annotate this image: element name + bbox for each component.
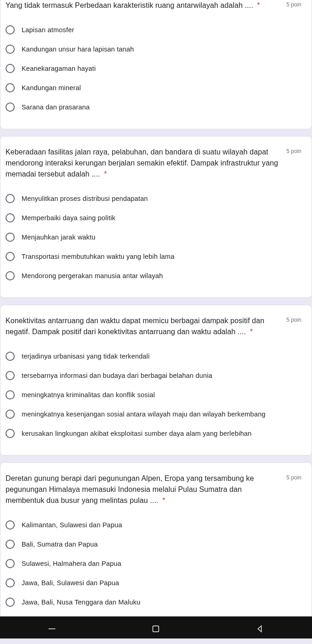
radio-option[interactable]: Memperbaiki daya saing politik (6, 208, 301, 228)
points-label: 5 poin (279, 0, 301, 8)
option-label: meningkatnya kesenjangan sosial antara w… (22, 410, 266, 419)
question-header: Keberadaan fasilitas jalan raya, pelabuh… (6, 147, 301, 180)
radio-option[interactable]: Kandungan mineral (6, 78, 301, 97)
back-button[interactable] (255, 624, 265, 636)
radio-option[interactable]: Keanekaragaman hayati (6, 59, 301, 78)
radio-option[interactable]: meningkatnya kesenjangan sosial antara w… (6, 405, 301, 424)
radio-option[interactable]: Menjauhkan jarak waktu (6, 228, 301, 247)
option-label: Kandungan mineral (22, 83, 81, 92)
option-label: Kandungan unsur hara lapisan tanah (22, 45, 134, 54)
radio-icon (6, 252, 15, 261)
option-label: meningkatnya kriminalitas dan konflik so… (22, 390, 155, 399)
radio-icon (6, 352, 15, 361)
radio-icon (6, 410, 15, 419)
radio-icon (6, 371, 15, 380)
radio-icon (6, 194, 15, 203)
question-card: Konektivitas antarruang dan waktu dapat … (0, 305, 312, 456)
radio-option[interactable]: meningkatnya kriminalitas dan konflik so… (6, 385, 301, 405)
option-label: tersebarnya informasi dan budaya dari be… (22, 371, 212, 380)
radio-icon (6, 83, 15, 92)
radio-option[interactable]: Jawa, Bali, Sulawesi dan Papua (6, 573, 301, 593)
option-label: Sulawesi, Halmahera dan Papua (22, 559, 121, 568)
option-label: kerusakan lingkungan akibat eksploitasi … (22, 429, 251, 438)
radio-icon (6, 45, 15, 54)
radio-icon (6, 520, 15, 530)
required-mark: * (160, 496, 165, 504)
option-label: Keanekaragaman hayati (22, 64, 96, 73)
options-group: Menyulitkan proses distribusi pendapatan… (6, 189, 301, 285)
radio-option[interactable]: kerusakan lingkungan akibat eksploitasi … (6, 424, 301, 443)
radio-option[interactable]: terjadinya urbanisasi yang tidak terkend… (6, 347, 301, 366)
radio-icon (6, 233, 15, 242)
radio-option[interactable]: Kalimantan, Sulawesi dan Papua (6, 515, 301, 535)
radio-icon (6, 25, 15, 34)
radio-option[interactable]: Transportasi membutuhkan waktu yang lebi… (6, 247, 301, 266)
back-icon (255, 624, 265, 634)
required-mark: * (255, 1, 260, 9)
option-label: Mendorong pergerakan manusia antar wilay… (22, 271, 163, 280)
form-container: Yang tidak termasuk Perbedaan karakteris… (0, 0, 312, 616)
points-label: 5 poin (279, 473, 301, 481)
required-mark: * (102, 170, 107, 178)
option-label: Lapisan atmosfer (22, 25, 74, 34)
android-nav-bar (0, 616, 312, 638)
recent-apps-button[interactable] (47, 624, 57, 636)
radio-icon (6, 103, 15, 112)
question-header: Yang tidak termasuk Perbedaan karakteris… (6, 0, 301, 11)
question-card: Keberadaan fasilitas jalan raya, pelabuh… (0, 136, 312, 298)
question-text: Keberadaan fasilitas jalan raya, pelabuh… (6, 147, 279, 180)
question-prompt: Yang tidak termasuk Perbedaan karakteris… (6, 1, 253, 9)
radio-icon (6, 559, 15, 568)
required-mark: * (248, 328, 253, 336)
option-label: Kalimantan, Sulawesi dan Papua (22, 520, 122, 530)
option-label: Menjauhkan jarak waktu (22, 233, 96, 242)
question-text: Yang tidak termasuk Perbedaan karakteris… (6, 0, 279, 11)
option-label: Memperbaiki daya saing politik (22, 213, 115, 222)
radio-option[interactable]: tersebarnya informasi dan budaya dari be… (6, 366, 301, 385)
home-button[interactable] (151, 624, 161, 636)
question-prompt: Konektivitas antarruang dan waktu dapat … (6, 317, 264, 336)
radio-icon (6, 578, 15, 587)
question-header: Konektivitas antarruang dan waktu dapat … (6, 315, 301, 337)
radio-option[interactable]: Sarana dan prasarana (6, 97, 301, 117)
question-card: Yang tidak termasuk Perbedaan karakteris… (0, 0, 312, 129)
question-card: Deretan gunung berapi dari pegunungan Al… (0, 462, 312, 616)
points-label: 5 poin (279, 147, 301, 154)
option-label: terjadinya urbanisasi yang tidak terkend… (22, 352, 150, 361)
radio-icon (6, 390, 15, 399)
question-prompt: Keberadaan fasilitas jalan raya, pelabuh… (6, 148, 278, 178)
radio-icon (6, 64, 15, 73)
question-text: Deretan gunung berapi dari pegunungan Al… (6, 473, 279, 506)
points-label: 5 poin (279, 315, 301, 323)
radio-icon (6, 540, 15, 549)
radio-option[interactable]: Sulawesi, Halmahera dan Papua (6, 554, 301, 573)
question-prompt: Deretan gunung berapi dari pegunungan Al… (6, 474, 254, 504)
radio-option[interactable]: Jawa, Bali, Nusa Tenggara dan Maluku (6, 593, 301, 612)
question-text: Konektivitas antarruang dan waktu dapat … (6, 315, 279, 337)
option-label: Bali, Sumatra dan Papua (22, 540, 98, 549)
radio-option[interactable]: Bali, Sumatra dan Papua (6, 535, 301, 554)
radio-option[interactable]: Menyulitkan proses distribusi pendapatan (6, 189, 301, 208)
radio-icon (6, 271, 15, 280)
radio-option[interactable]: Lapisan atmosfer (6, 20, 301, 40)
option-label: Transportasi membutuhkan waktu yang lebi… (22, 252, 175, 261)
option-label: Jawa, Bali, Nusa Tenggara dan Maluku (22, 598, 140, 607)
option-label: Jawa, Bali, Sulawesi dan Papua (22, 578, 119, 587)
radio-icon (6, 429, 15, 438)
square-icon (151, 624, 161, 634)
radio-option[interactable]: Mendorong pergerakan manusia antar wilay… (6, 266, 301, 285)
radio-icon (6, 598, 15, 607)
radio-icon (6, 213, 15, 222)
svg-rect-1 (153, 626, 159, 632)
option-label: Sarana dan prasarana (22, 103, 90, 112)
options-group: Kalimantan, Sulawesi dan Papua Bali, Sum… (6, 515, 301, 612)
options-group: terjadinya urbanisasi yang tidak terkend… (6, 347, 301, 443)
options-group: Lapisan atmosfer Kandungan unsur hara la… (6, 20, 301, 117)
radio-option[interactable]: Kandungan unsur hara lapisan tanah (6, 40, 301, 59)
question-header: Deretan gunung berapi dari pegunungan Al… (6, 473, 301, 506)
menu-icon (47, 624, 57, 634)
option-label: Menyulitkan proses distribusi pendapatan (22, 194, 148, 203)
